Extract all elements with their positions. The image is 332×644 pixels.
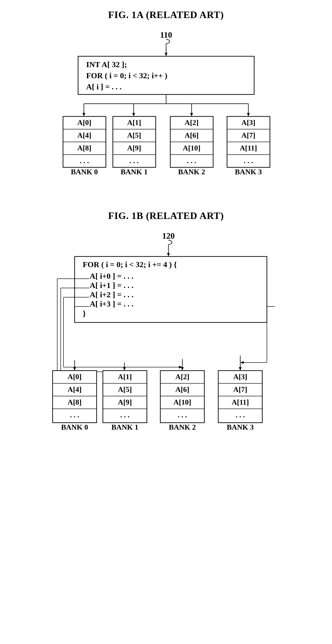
svg-marker-91 [123, 367, 126, 370]
svg-text:A[6]: A[6] [184, 131, 198, 139]
fig1a-ref: 110 [160, 30, 172, 40]
svg-text:. . .: . . . [80, 156, 89, 165]
svg-marker-10 [83, 113, 85, 116]
svg-text:A[3]: A[3] [241, 118, 255, 126]
svg-marker-12 [132, 113, 135, 116]
svg-marker-2 [165, 53, 168, 56]
svg-text:A[4]: A[4] [77, 131, 91, 139]
svg-text:BANK 1: BANK 1 [111, 423, 138, 431]
svg-marker-55 [167, 253, 170, 256]
svg-text:INT A[ 32 ];: INT A[ 32 ]; [86, 60, 127, 69]
svg-text:. . .: . . . [120, 411, 130, 419]
svg-text:A[ i+2 ] = . . .: A[ i+2 ] = . . . [90, 290, 133, 299]
svg-text:. . .: . . . [70, 411, 79, 419]
svg-text:}: } [83, 309, 86, 318]
figure-1a: FIG. 1A (RELATED ART) 110 INT A[ 32 ]; F… [39, 9, 293, 196]
svg-marker-87 [240, 361, 244, 364]
svg-marker-93 [181, 367, 184, 370]
svg-text:A[3]: A[3] [233, 372, 247, 381]
svg-text:BANK 2: BANK 2 [169, 423, 196, 431]
svg-text:A[0]: A[0] [77, 118, 91, 126]
svg-text:A[ i+1 ] = . . .: A[ i+1 ] = . . . [90, 281, 133, 290]
svg-text:BANK 0: BANK 0 [61, 423, 88, 431]
svg-text:A[11]: A[11] [231, 398, 249, 406]
svg-text:A[1]: A[1] [127, 118, 141, 126]
svg-text:A[7]: A[7] [241, 131, 255, 139]
svg-text:A[5]: A[5] [118, 385, 132, 394]
svg-text:A[10]: A[10] [173, 398, 191, 406]
fig1b-diagram: 120 FOR ( i = 0; i < 32; i += 4 ) { A[ i… [39, 230, 293, 458]
svg-text:A[9]: A[9] [118, 398, 132, 406]
figure-1b: FIG. 1B (RELATED ART) 120 FOR ( i = 0; i… [39, 210, 293, 458]
svg-text:. . .: . . . [178, 411, 187, 419]
svg-marker-95 [239, 367, 242, 370]
svg-text:BANK 2: BANK 2 [178, 168, 205, 176]
svg-text:A[0]: A[0] [67, 372, 81, 381]
svg-text:A[11]: A[11] [240, 144, 257, 152]
svg-text:FOR ( i = 0; i < 32; i++ ): FOR ( i = 0; i < 32; i++ ) [86, 71, 167, 80]
svg-text:BANK 0: BANK 0 [71, 168, 98, 176]
svg-text:A[2]: A[2] [175, 372, 189, 381]
svg-text:A[ i ] = . . .: A[ i ] = . . . [86, 82, 122, 91]
svg-text:. . .: . . . [130, 156, 139, 165]
svg-text:BANK 3: BANK 3 [235, 168, 261, 176]
svg-text:A[9]: A[9] [127, 144, 141, 152]
svg-text:A[10]: A[10] [183, 144, 200, 152]
fig1b-ref: 120 [162, 231, 175, 240]
fig1a-diagram: 110 INT A[ 32 ]; FOR ( i = 0; i < 32; i+… [50, 30, 282, 196]
svg-text:. . .: . . . [187, 156, 196, 165]
svg-text:BANK 1: BANK 1 [121, 168, 147, 176]
svg-text:A[2]: A[2] [184, 118, 198, 126]
svg-text:. . .: . . . [236, 411, 245, 419]
svg-text:A[7]: A[7] [233, 385, 247, 394]
svg-text:. . .: . . . [244, 156, 253, 165]
svg-marker-89 [73, 367, 76, 370]
svg-text:A[ i+0 ] = . . .: A[ i+0 ] = . . . [90, 272, 133, 280]
svg-marker-14 [190, 113, 193, 116]
fig1b-title: FIG. 1B (RELATED ART) [108, 210, 224, 221]
svg-marker-16 [247, 113, 250, 116]
fig1a-title: FIG. 1A (RELATED ART) [108, 9, 224, 20]
svg-text:BANK 3: BANK 3 [227, 423, 253, 431]
svg-text:A[5]: A[5] [127, 131, 141, 139]
svg-text:A[6]: A[6] [175, 385, 189, 394]
svg-text:A[4]: A[4] [67, 385, 81, 394]
svg-text:A[1]: A[1] [118, 372, 132, 381]
svg-text:A[8]: A[8] [67, 398, 81, 406]
svg-text:A[ i+3 ] = . . .: A[ i+3 ] = . . . [90, 300, 133, 308]
svg-text:A[8]: A[8] [77, 144, 91, 152]
svg-text:FOR ( i = 0; i < 32; i += 4 ) : FOR ( i = 0; i < 32; i += 4 ) { [83, 260, 177, 269]
